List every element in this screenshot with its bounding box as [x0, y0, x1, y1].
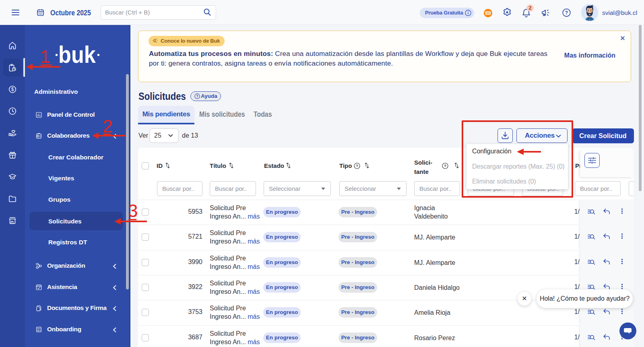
svg-text:?: ?: [444, 163, 446, 168]
svg-text:?: ?: [356, 163, 358, 168]
svg-text:?: ?: [196, 94, 198, 98]
svg-text:$: $: [11, 87, 14, 92]
svg-text:?: ?: [565, 10, 568, 16]
